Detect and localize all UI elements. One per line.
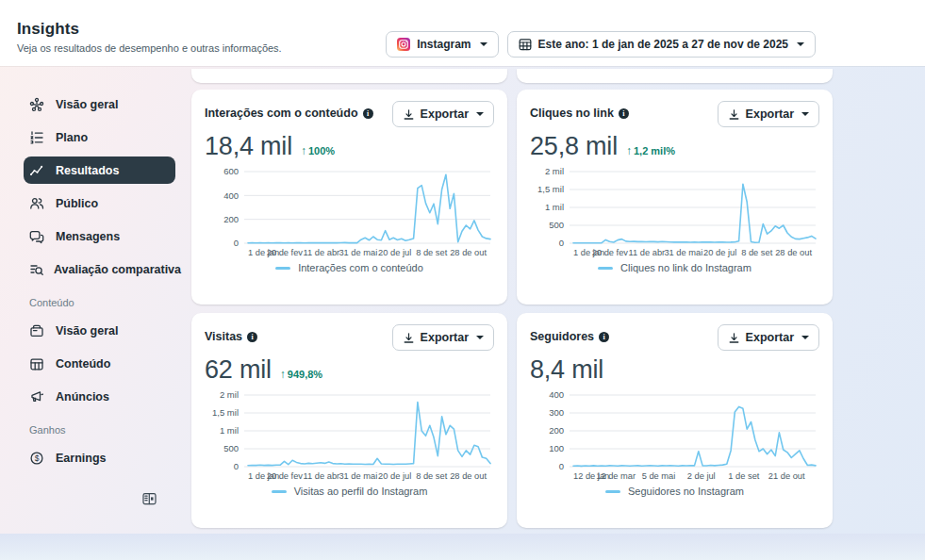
sidebar-item-conteudo-visao-geral[interactable]: Visão geral: [24, 317, 175, 344]
svg-text:20 de jul: 20 de jul: [378, 248, 411, 257]
numbered-list-icon: [29, 130, 46, 145]
sidebar-item-earnings[interactable]: $ Earnings: [24, 444, 175, 471]
chevron-down-icon: [476, 112, 484, 116]
sidebar-item-label: Plano: [56, 131, 88, 144]
sidebar-item-avaliacao-comparativa[interactable]: Avaliação comparativa: [24, 255, 175, 283]
sidebar-collapse-icon[interactable]: [141, 491, 158, 507]
metric-card-interacoes: Interações com o conteúdo Exportar 18,4 …: [191, 90, 507, 305]
sidebar-item-visao-geral[interactable]: Visão geral: [24, 91, 175, 118]
svg-text:1 mil: 1 mil: [545, 202, 564, 212]
sidebar: Visão geral Plano: [0, 66, 189, 560]
svg-text:200: 200: [223, 214, 239, 224]
export-button[interactable]: Exportar: [718, 324, 819, 351]
export-button[interactable]: Exportar: [392, 324, 494, 351]
chart-legend: Visitas ao perfil do Instagram: [205, 486, 494, 497]
download-icon: [728, 332, 740, 344]
card-title: Visitas: [205, 330, 242, 343]
svg-text:2 mil: 2 mil: [545, 166, 564, 176]
sidebar-item-label: Resultados: [56, 164, 119, 177]
metric-delta: 949,8%: [280, 368, 322, 381]
svg-text:400: 400: [223, 190, 239, 201]
legend-label: Visitas ao perfil do Instagram: [294, 486, 428, 497]
svg-text:11 de abr: 11 de abr: [629, 248, 666, 257]
download-icon: [403, 332, 415, 344]
svg-text:12 de mar: 12 de mar: [596, 471, 636, 481]
svg-text:0: 0: [559, 238, 564, 248]
chevron-down-icon: [797, 42, 804, 46]
svg-text:500: 500: [549, 220, 564, 230]
svg-text:28 de out: 28 de out: [450, 471, 487, 481]
svg-text:5 de mai: 5 de mai: [642, 471, 676, 481]
header-controls: Instagram Este ano: 1 de jan de 2025 a 2…: [386, 31, 816, 58]
svg-text:8 de set: 8 de set: [416, 248, 447, 257]
instagram-icon: [397, 38, 410, 51]
svg-text:1 de set: 1 de set: [728, 471, 759, 481]
sidebar-item-plano[interactable]: Plano: [24, 124, 175, 151]
download-icon: [403, 108, 415, 121]
card-title: Interações com o conteúdo: [205, 107, 358, 120]
svg-text:200: 200: [549, 425, 564, 436]
sidebar-item-publico[interactable]: Público: [24, 189, 175, 217]
svg-text:300: 300: [549, 407, 564, 418]
info-icon[interactable]: [247, 332, 257, 342]
info-icon[interactable]: [619, 108, 629, 119]
sidebar-item-label: Avaliação comparativa: [54, 263, 181, 276]
export-button[interactable]: Exportar: [392, 101, 494, 127]
sidebar-item-mensagens[interactable]: Mensagens: [24, 222, 175, 250]
account-selector[interactable]: Instagram: [386, 31, 498, 58]
chevron-down-icon: [801, 112, 809, 116]
previous-cards-partial: [191, 69, 833, 83]
sidebar-item-anuncios[interactable]: Anúncios: [24, 383, 175, 410]
dollar-circle-icon: $: [29, 451, 46, 466]
sidebar-item-label: Anúncios: [56, 390, 109, 404]
sidebar-section-ganhos: Ganhos: [29, 424, 175, 436]
legend-line-swatch: [275, 267, 290, 270]
partial-card: [191, 69, 507, 83]
svg-text:20 de jul: 20 de jul: [703, 248, 736, 257]
calendar-grid-icon: [519, 38, 532, 51]
svg-text:20 de jul: 20 de jul: [378, 471, 411, 481]
sidebar-item-label: Visão geral: [56, 324, 118, 338]
chevron-down-icon: [476, 336, 484, 339]
svg-text:0: 0: [559, 461, 564, 471]
svg-text:20 de fev: 20 de fev: [592, 248, 629, 257]
svg-text:8 de set: 8 de set: [416, 471, 447, 481]
insights-dashboard: Interações com o conteúdo Exportar 18,4 …: [189, 66, 833, 560]
overview-nodes-icon: [29, 97, 46, 112]
chart-legend: Seguidores no Instagram: [530, 486, 819, 497]
page-header: Insights Veja os resultados de desempenh…: [0, 0, 925, 66]
svg-text:21 de out: 21 de out: [768, 471, 805, 481]
svg-text:$: $: [35, 453, 40, 462]
sidebar-item-label: Earnings: [56, 452, 107, 465]
card-title: Cliques no link: [530, 107, 614, 120]
export-label: Exportar: [746, 331, 794, 344]
people-icon: [29, 196, 46, 211]
table-grid-icon: [29, 356, 46, 371]
metric-delta: 100%: [301, 144, 335, 157]
chart-legend: Cliques no link do Instagram: [530, 262, 819, 273]
svg-text:20 de fev: 20 de fev: [267, 248, 304, 257]
svg-text:2 de jul: 2 de jul: [687, 471, 716, 481]
svg-text:8 de set: 8 de set: [741, 248, 772, 257]
sidebar-item-label: Conteúdo: [56, 357, 110, 371]
sidebar-item-resultados[interactable]: Resultados: [24, 156, 175, 184]
page-subtitle: Veja os resultados de desempenho e outra…: [17, 42, 282, 54]
svg-text:0: 0: [234, 238, 239, 248]
benchmark-search-icon: [29, 262, 44, 277]
megaphone-icon: [29, 389, 46, 404]
legend-label: Seguidores no Instagram: [628, 486, 744, 497]
export-button[interactable]: Exportar: [718, 101, 819, 127]
svg-text:28 de out: 28 de out: [775, 248, 812, 257]
metric-value: 8,4 mil: [530, 355, 603, 385]
info-icon[interactable]: [599, 332, 609, 342]
date-range-label: Este ano: 1 de jan de 2025 a 27 de nov d…: [538, 38, 788, 51]
line-chart: 010020030040012 de jan12 de mar5 de mai2…: [530, 387, 819, 482]
media-stack-icon: [29, 323, 46, 338]
svg-text:100: 100: [549, 443, 564, 453]
info-icon[interactable]: [363, 108, 373, 119]
date-range-selector[interactable]: Este ano: 1 de jan de 2025 a 27 de nov d…: [507, 31, 816, 58]
metric-card-visitas: Visitas Exportar 62 mil 949,8% 05: [191, 313, 507, 528]
sidebar-item-conteudo[interactable]: Conteúdo: [24, 350, 175, 377]
export-label: Exportar: [746, 107, 794, 121]
svg-text:31 de mai: 31 de mai: [664, 248, 702, 257]
